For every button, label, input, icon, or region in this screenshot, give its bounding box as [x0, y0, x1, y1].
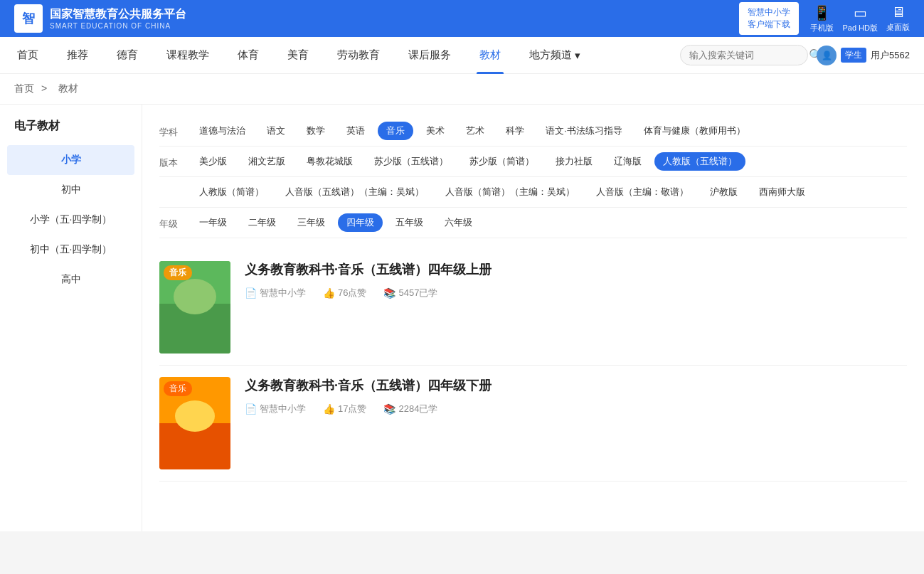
filter-tag-yuwen[interactable]: 语文: [258, 122, 294, 140]
learners-label-2: 2284已学: [398, 403, 437, 415]
logo-sub-text: SMART EDUCATION OF CHINA: [50, 22, 186, 30]
filter-tag-grade6[interactable]: 六年级: [436, 213, 481, 232]
filter-tag-hujiao[interactable]: 沪教版: [701, 183, 746, 201]
filter-tag-grade2[interactable]: 二年级: [240, 213, 285, 232]
nav-item-labor[interactable]: 劳动教育: [334, 37, 383, 74]
filter-subject-tags: 道德与法治 语文 数学 英语 音乐 美术 艺术 科学 语文·书法练习指导 体育与…: [191, 122, 754, 140]
nav-bar: 首页 推荐 德育 课程教学 体育 美育 劳动教育 课后服务 教材 地方频道 ▾ …: [0, 37, 924, 74]
filter-edition-row2: 人教版（简谱） 人音版（五线谱）（主编：吴斌） 人音版（简谱）（主编：吴斌） 人…: [159, 177, 907, 208]
pad-icon: ▭: [854, 4, 867, 21]
filter-tag-meishu[interactable]: 美术: [418, 122, 453, 140]
filter-tag-yingyu[interactable]: 英语: [338, 122, 373, 140]
filter-tag-meishao[interactable]: 美少版: [191, 152, 235, 171]
book-likes-2: 👍 17点赞: [323, 403, 366, 415]
filter-grade-label: 年级: [159, 213, 182, 230]
platform-label-2: 智慧中小学: [260, 403, 306, 415]
book-meta-2: 📄 智慧中小学 👍 17点赞 📚 2284已学: [245, 403, 907, 415]
filter-edition-label: 版本: [159, 152, 182, 169]
book-likes-1: 👍 76点赞: [323, 287, 366, 299]
nav-item-arts[interactable]: 美育: [285, 37, 312, 74]
book-badge-1: 音乐: [164, 265, 192, 280]
user-tag: 学生: [841, 48, 866, 63]
learners-label-1: 5457已学: [398, 287, 437, 299]
filter-grade-row: 年级 一年级 二年级 三年级 四年级 五年级 六年级: [159, 208, 907, 238]
svg-point-2: [174, 279, 216, 314]
desktop-device-item[interactable]: 🖥 桌面版: [886, 4, 910, 33]
filter-tag-renyin-j-wu[interactable]: 人音版（简谱）（主编：吴斌）: [437, 183, 583, 201]
book-cover-1[interactable]: 音乐: [159, 261, 230, 354]
svg-point-7: [175, 400, 215, 432]
nav-item-sports[interactable]: 体育: [235, 37, 262, 74]
nav-item-regional[interactable]: 地方频道 ▾: [526, 37, 583, 74]
nav-item-afterschool[interactable]: 课后服务: [405, 37, 454, 74]
book-list: 音乐 义务教育教科书·音乐（五线谱）四年级上册: [159, 238, 907, 493]
filter-tag-grade4[interactable]: 四年级: [338, 213, 383, 232]
sidebar-item-high[interactable]: 高中: [0, 265, 142, 294]
filter-tag-xiangwen[interactable]: 湘文艺版: [240, 152, 294, 171]
filter-subject-row: 学科 道德与法治 语文 数学 英语 音乐 美术 艺术 科学 语文·书法练习指导 …: [159, 116, 907, 147]
nav-item-course[interactable]: 课程教学: [164, 37, 212, 74]
download-button[interactable]: 智慧中小学 客户端下载: [739, 2, 799, 35]
book-title-1[interactable]: 义务教育教科书·音乐（五线谱）四年级上册: [245, 261, 907, 278]
pad-device-item[interactable]: ▭ Pad HD版: [842, 4, 878, 33]
platform-icon-2: 📄: [245, 403, 257, 415]
filter-tag-grade3[interactable]: 三年级: [289, 213, 334, 232]
filter-tag-renjiao-j[interactable]: 人教版（简谱）: [191, 183, 272, 201]
search-input[interactable]: [689, 50, 809, 60]
nav-item-home[interactable]: 首页: [14, 37, 41, 74]
user-name: 用户5562: [871, 49, 910, 62]
breadcrumb-home[interactable]: 首页: [14, 83, 34, 94]
nav-item-recommend[interactable]: 推荐: [64, 37, 91, 74]
filter-tag-renjiao-5[interactable]: 人教版（五线谱）: [654, 152, 745, 171]
breadcrumb: 首页 > 教材: [0, 74, 924, 105]
filter-tag-grade5[interactable]: 五年级: [387, 213, 432, 232]
mobile-label: 手机版: [810, 23, 834, 33]
book-badge-2: 音乐: [164, 381, 192, 396]
filter-tag-grade1[interactable]: 一年级: [191, 213, 235, 232]
filter-grade-tags: 一年级 二年级 三年级 四年级 五年级 六年级: [191, 213, 481, 232]
likes-icon-1: 👍: [323, 287, 335, 299]
filter-tag-shufa[interactable]: 语文·书法练习指导: [537, 122, 631, 140]
mobile-device-item[interactable]: 📱 手机版: [810, 4, 834, 33]
filter-edition-tags1: 美少版 湘文艺版 粤教花城版 苏少版（五线谱） 苏少版（简谱） 接力社版 辽海版…: [191, 152, 745, 171]
learners-icon-2: 📚: [383, 403, 395, 415]
nav-item-deyu[interactable]: 德育: [114, 37, 141, 74]
likes-label-1: 76点赞: [338, 287, 366, 299]
filter-tag-daode[interactable]: 道德与法治: [191, 122, 254, 140]
filter-edition-row1: 版本 美少版 湘文艺版 粤教花城版 苏少版（五线谱） 苏少版（简谱） 接力社版 …: [159, 147, 907, 177]
nav-item-textbook[interactable]: 教材: [477, 37, 504, 74]
sidebar-item-elementary[interactable]: 小学: [7, 145, 134, 175]
filter-tag-renyin-5-wu[interactable]: 人音版（五线谱）（主编：吴斌）: [277, 183, 432, 201]
top-header: 智 国家智慧教育公共服务平台 SMART EDUCATION OF CHINA …: [0, 0, 924, 37]
sidebar-item-elementary-54[interactable]: 小学（五·四学制）: [0, 205, 142, 235]
book-platform-2: 📄 智慧中小学: [245, 403, 306, 415]
book-item-1: 音乐 义务教育教科书·音乐（五线谱）四年级上册: [159, 250, 907, 366]
filter-tag-sushao-5[interactable]: 苏少版（五线谱）: [366, 152, 457, 171]
top-right-area: 智慧中小学 客户端下载 📱 手机版 ▭ Pad HD版 🖥 桌面版: [739, 2, 910, 35]
filter-tag-yinyue[interactable]: 音乐: [378, 122, 413, 140]
avatar: 👤: [817, 46, 837, 65]
filter-tag-sushao-j[interactable]: 苏少版（简谱）: [461, 152, 543, 171]
filter-tag-shuxue[interactable]: 数学: [298, 122, 334, 140]
filter-tag-tiyu[interactable]: 体育与健康（教师用书）: [635, 122, 754, 140]
filter-tag-liaohai[interactable]: 辽海版: [605, 152, 650, 171]
book-title-2[interactable]: 义务教育教科书·音乐（五线谱）四年级下册: [245, 377, 907, 394]
logo-main-text: 国家智慧教育公共服务平台: [50, 7, 186, 22]
desktop-label: 桌面版: [886, 22, 910, 33]
platform-icon-1: 📄: [245, 287, 257, 299]
sidebar-item-middle[interactable]: 初中: [0, 175, 142, 205]
nav-right: 🔍 👤 学生 用户5562: [680, 45, 910, 65]
device-icons: 📱 手机版 ▭ Pad HD版 🖥 桌面版: [810, 4, 910, 33]
dropdown-arrow-icon: ▾: [575, 49, 580, 62]
filter-tag-jieli[interactable]: 接力社版: [547, 152, 601, 171]
logo-area: 智 国家智慧教育公共服务平台 SMART EDUCATION OF CHINA: [14, 4, 186, 33]
user-area: 👤 学生 用户5562: [817, 46, 910, 65]
filter-tag-kexue[interactable]: 科学: [497, 122, 533, 140]
filter-edition-label2: [159, 183, 182, 187]
book-cover-2[interactable]: 音乐: [159, 377, 230, 469]
filter-tag-xinan[interactable]: 西南师大版: [750, 183, 814, 201]
filter-tag-yishu[interactable]: 艺术: [457, 122, 493, 140]
sidebar-item-middle-54[interactable]: 初中（五·四学制）: [0, 235, 142, 265]
filter-tag-renyin-jing[interactable]: 人音版（主编：敬谱）: [588, 183, 697, 201]
filter-tag-yuejiao[interactable]: 粤教花城版: [298, 152, 361, 171]
